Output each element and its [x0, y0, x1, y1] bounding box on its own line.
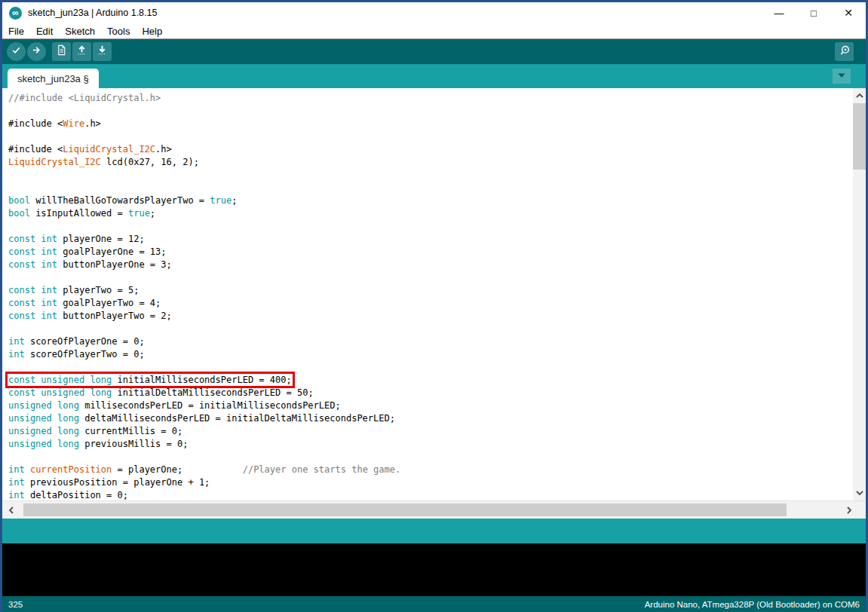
menu-edit[interactable]: Edit [30, 26, 59, 37]
menu-bar: File Edit Sketch Tools Help [2, 23, 866, 39]
magnifier-icon [839, 44, 851, 60]
close-button[interactable]: ✕ [831, 2, 866, 23]
code-line: const int playerOne = 12; [8, 233, 866, 246]
code-line [8, 105, 866, 118]
status-line-number: 325 [8, 600, 23, 609]
highlighted-code-line: const unsigned long initialMillisecondsP… [8, 375, 292, 385]
arduino-logo-icon: ∞ [9, 7, 22, 20]
new-sketch-button[interactable] [52, 42, 71, 61]
code-line: unsigned long previousMillis = 0; [8, 438, 866, 451]
triangle-down-icon [836, 69, 847, 83]
upload-button[interactable] [27, 42, 46, 61]
tab-list-dropdown-button[interactable] [833, 69, 851, 84]
editor: //#include <LiquidCrystal.h>#include <Wi… [2, 88, 866, 500]
toolbar [2, 39, 866, 64]
code-line [8, 130, 866, 143]
code-line: bool isInputAllowed = true; [8, 207, 866, 220]
arrow-up-icon [76, 44, 87, 59]
save-button[interactable] [93, 42, 112, 61]
maximize-button[interactable]: □ [796, 2, 831, 23]
open-button[interactable] [72, 42, 91, 61]
title-bar: ∞ sketch_jun23a | Arduino 1.8.15 — □ ✕ [2, 2, 866, 23]
menu-sketch[interactable]: Sketch [59, 26, 101, 37]
scroll-up-arrow-icon[interactable] [853, 90, 866, 102]
code-line: const int playerTwo = 5; [8, 284, 866, 297]
arrow-down-icon [97, 44, 108, 59]
code-line: const unsigned long initialMillisecondsP… [8, 374, 866, 387]
code-line [8, 220, 866, 233]
code-line: unsigned long currentMillis = 0; [8, 425, 866, 438]
tab-label: sketch_jun23a § [17, 73, 89, 84]
code-line: const unsigned long initialDeltaMillisec… [8, 387, 866, 399]
minimize-button[interactable]: — [762, 2, 796, 23]
code-line: unsigned long deltaMillisecondsPerLED = … [8, 412, 866, 425]
window-title: sketch_jun23a | Arduino 1.8.15 [28, 8, 157, 18]
document-icon [56, 44, 67, 59]
horizontal-scrollbar[interactable] [2, 500, 866, 519]
scroll-right-arrow-icon[interactable] [842, 501, 857, 519]
check-icon [11, 44, 22, 59]
code-line [8, 271, 866, 284]
tab-bar: sketch_jun23a § [2, 64, 866, 88]
code-line [8, 169, 866, 182]
code-line: unsigned long millisecondsPerLED = initi… [8, 399, 866, 412]
status-bar: 325 Arduino Nano, ATmega328P (Old Bootlo… [2, 596, 866, 612]
code-line: int currentPosition = playerOne; //Playe… [8, 464, 866, 476]
tab-sketch[interactable]: sketch_jun23a § [8, 69, 99, 88]
code-line: int scoreOfPlayerOne = 0; [8, 335, 866, 348]
arrow-right-icon [31, 44, 42, 59]
code-line: #include <LiquidCrystal_I2C.h> [8, 143, 866, 156]
menu-help[interactable]: Help [136, 26, 168, 37]
window-controls: — □ ✕ [762, 2, 866, 23]
code-line: LiquidCrystal_I2C lcd(0x27, 16, 2); [8, 156, 866, 169]
infinity-icon: ∞ [12, 8, 19, 17]
code-line: bool willTheBallGoTowardsPlayerTwo = tru… [8, 194, 866, 207]
code-line: int previousPosition = playerOne + 1; [8, 476, 866, 489]
code-line: const int buttonPlayerOne = 3; [8, 259, 866, 271]
vertical-scrollbar[interactable] [853, 88, 866, 500]
menu-tools[interactable]: Tools [101, 26, 136, 37]
serial-monitor-button[interactable] [835, 42, 854, 61]
code-line [8, 451, 866, 464]
console-output [2, 543, 866, 596]
code-line: const int goalPlayerTwo = 4; [8, 297, 866, 310]
horizontal-scrollbar-thumb[interactable] [23, 503, 787, 516]
status-board-info: Arduino Nano, ATmega328P (Old Bootloader… [645, 600, 860, 609]
code-line: #include <Wire.h> [8, 118, 866, 130]
arduino-ide-window: ∞ sketch_jun23a | Arduino 1.8.15 — □ ✕ F… [0, 0, 868, 612]
code-line [8, 323, 866, 335]
code-line [8, 361, 866, 374]
code-line: int deltaPosition = 0; [8, 489, 866, 500]
verify-button[interactable] [7, 42, 26, 61]
scroll-down-arrow-icon[interactable] [853, 487, 866, 499]
menu-file[interactable]: File [2, 26, 30, 37]
code-line [8, 182, 866, 194]
console-divider[interactable] [2, 519, 866, 543]
code-line: int scoreOfPlayerTwo = 0; [8, 348, 866, 361]
code-line: //#include <LiquidCrystal.h> [8, 92, 866, 105]
scroll-left-arrow-icon[interactable] [4, 501, 19, 519]
vertical-scrollbar-thumb[interactable] [853, 103, 866, 170]
code-line: const int buttonPlayerTwo = 2; [8, 310, 866, 323]
code-area[interactable]: //#include <LiquidCrystal.h>#include <Wi… [2, 88, 866, 500]
code-line: const int goalPlayerOne = 13; [8, 246, 866, 259]
